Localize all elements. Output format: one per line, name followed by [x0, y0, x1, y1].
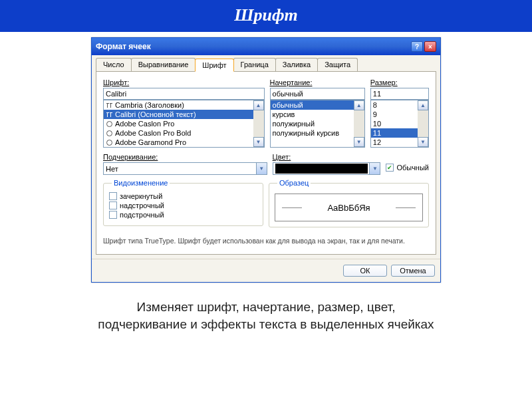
font-listbox[interactable]: Cambria (Заголовки) Calibri (Основной те… [103, 100, 265, 148]
opentype-icon [106, 130, 113, 137]
list-item[interactable]: полужирный курсив [271, 128, 354, 138]
checkbox-icon [109, 192, 117, 200]
chevron-down-icon[interactable]: ▼ [256, 163, 267, 174]
svg-point-1 [107, 130, 112, 136]
ok-button[interactable]: ОК [343, 265, 387, 277]
list-item[interactable]: 9 [371, 110, 418, 119]
list-item[interactable]: Calibri (Основной текст) [104, 110, 253, 119]
strikethrough-checkbox[interactable]: зачеркнутый [109, 192, 257, 200]
normal-checkbox[interactable]: ✔ Обычный [386, 164, 429, 172]
preview-legend: Образец [277, 179, 311, 187]
size-listbox[interactable]: 8 9 10 11 12 14 ▲ ▼ [370, 100, 429, 148]
effects-legend: Видоизменение [112, 179, 170, 187]
checkbox-icon [109, 211, 117, 219]
underline-value: Нет [106, 165, 118, 173]
preview-fieldset: Образец AaBbБбЯя [269, 179, 429, 227]
scrollbar[interactable]: ▲ ▼ [253, 100, 264, 147]
font-label: Шрифт: [103, 78, 265, 86]
font-input[interactable] [103, 88, 265, 100]
style-listbox[interactable]: обычный курсив полужирный полужирный кур… [270, 100, 365, 148]
scrollbar[interactable]: ▲ ▼ [418, 100, 428, 147]
preview-box: AaBbБбЯя [275, 194, 423, 221]
style-label: Начертание: [270, 78, 365, 86]
subscript-checkbox[interactable]: подстрочный [109, 211, 257, 219]
underline-dropdown[interactable]: Нет ▼ [103, 162, 267, 175]
tab-font[interactable]: Шрифт [195, 59, 233, 72]
scroll-down-icon[interactable]: ▼ [418, 137, 428, 147]
dialog-titlebar[interactable]: Формат ячеек ? × [92, 38, 440, 55]
list-item[interactable]: 12 [371, 138, 418, 147]
opentype-icon [106, 139, 113, 146]
list-item[interactable]: 11 [371, 128, 418, 138]
page-title: Шрифт [0, 0, 532, 32]
tab-number[interactable]: Число [96, 58, 132, 71]
list-item[interactable]: 8 [371, 100, 418, 110]
list-item[interactable]: Adobe Garamond Pro [104, 138, 253, 147]
dialog-footer: ОК Отмена [92, 259, 440, 282]
help-button[interactable]: ? [411, 41, 423, 52]
opentype-icon [106, 120, 113, 128]
effects-fieldset: Видоизменение зачеркнутый надстрочный по… [103, 179, 263, 226]
tab-border[interactable]: Граница [233, 58, 276, 71]
style-input[interactable] [270, 88, 365, 100]
scroll-down-icon[interactable]: ▼ [354, 137, 364, 147]
scroll-down-icon[interactable]: ▼ [253, 137, 264, 147]
dialog-title-text: Формат ячеек [96, 42, 151, 51]
size-label: Размер: [370, 78, 429, 86]
list-item[interactable]: курсив [271, 110, 354, 119]
list-item[interactable]: обычный [271, 100, 354, 110]
checkbox-icon: ✔ [386, 164, 394, 172]
list-item[interactable]: Adobe Caslon Pro [104, 119, 253, 128]
checkbox-icon [109, 201, 117, 209]
svg-point-2 [107, 140, 112, 145]
hint-text: Шрифт типа TrueType. Шрифт будет использ… [103, 237, 429, 245]
scroll-up-icon[interactable]: ▲ [418, 100, 428, 110]
scroll-up-icon[interactable]: ▲ [253, 100, 264, 110]
chevron-down-icon[interactable]: ▼ [369, 163, 380, 174]
format-cells-dialog: Формат ячеек ? × Число Выравнивание Шриф… [91, 37, 441, 283]
color-dropdown[interactable]: ▼ [273, 162, 381, 175]
color-label: Цвет: [273, 153, 429, 161]
scrollbar[interactable]: ▲ ▼ [354, 100, 364, 147]
tabs: Число Выравнивание Шрифт Граница Заливка… [96, 58, 436, 71]
list-item[interactable]: Adobe Caslon Pro Bold [104, 128, 253, 138]
list-item[interactable]: 10 [371, 119, 418, 128]
truetype-icon [106, 111, 113, 118]
dialog-container: Формат ячеек ? × Число Выравнивание Шриф… [0, 37, 532, 283]
cancel-button[interactable]: Отмена [391, 265, 435, 277]
svg-point-0 [107, 121, 112, 126]
list-item[interactable]: полужирный [271, 119, 354, 128]
size-input[interactable] [370, 88, 429, 100]
underline-label: Подчеркивание: [103, 153, 267, 161]
font-panel: Шрифт: Cambria (Заголовки) Calibri (Осно… [96, 71, 436, 255]
tab-fill[interactable]: Заливка [275, 58, 318, 71]
preview-text: AaBbБбЯя [327, 203, 370, 213]
truetype-icon [106, 102, 113, 109]
color-swatch [275, 164, 368, 174]
tab-alignment[interactable]: Выравнивание [131, 58, 196, 71]
scroll-up-icon[interactable]: ▲ [354, 100, 364, 110]
caption: Изменяет шрифт, начертание, размер, цвет… [0, 299, 532, 332]
list-item[interactable]: Cambria (Заголовки) [104, 100, 253, 110]
close-button[interactable]: × [424, 41, 436, 52]
superscript-checkbox[interactable]: надстрочный [109, 201, 257, 209]
tab-protection[interactable]: Защита [317, 58, 358, 71]
